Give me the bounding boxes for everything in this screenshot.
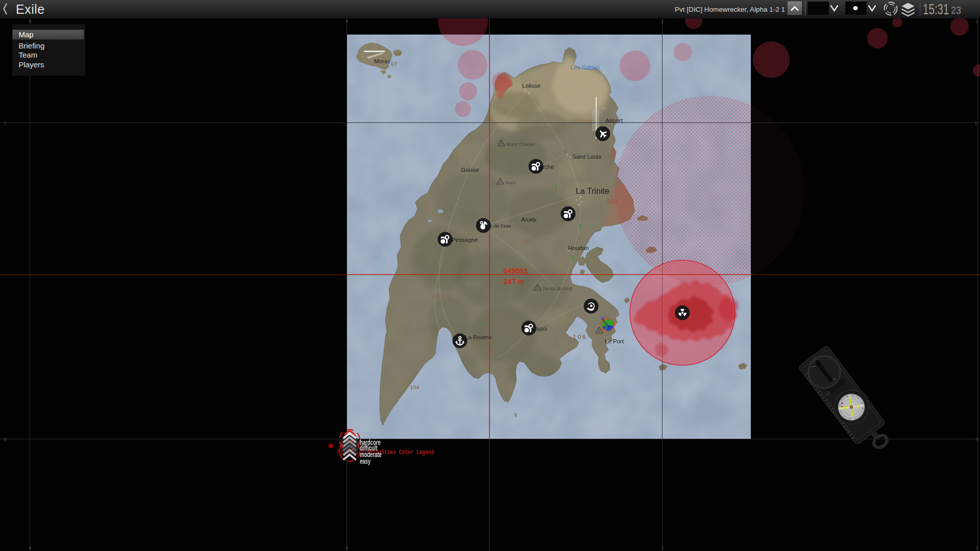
svg-text:Houdan: Houdan: [568, 245, 589, 251]
svg-text:Lolisse: Lolisse: [522, 83, 541, 89]
svg-text:Le Port: Le Port: [605, 338, 624, 344]
svg-text:1: 1: [4, 120, 7, 126]
svg-text:Airport: Airport: [605, 117, 623, 123]
svg-text:9: 9: [29, 19, 32, 24]
svg-text:1: 1: [975, 120, 977, 126]
svg-text:Saint Louis: Saint Louis: [572, 154, 601, 160]
svg-text:0: 0: [346, 545, 349, 550]
svg-text:9: 9: [29, 545, 32, 550]
svg-text:045051: 045051: [503, 267, 528, 275]
svg-text:Les Sables: Les Sables: [571, 64, 600, 70]
svg-text:104: 104: [410, 384, 420, 390]
svg-text:23: 23: [951, 4, 961, 16]
svg-text:2: 2: [976, 19, 978, 24]
svg-text:Moray: Moray: [374, 58, 390, 64]
svg-text:easy: easy: [360, 457, 371, 465]
svg-text:1: 1: [662, 19, 664, 24]
svg-text:106: 106: [573, 333, 587, 341]
svg-text:La Riviere: La Riviere: [465, 334, 492, 340]
svg-text:Map: Map: [19, 30, 34, 39]
svg-text:0: 0: [4, 437, 7, 442]
svg-text:Briefing: Briefing: [19, 41, 45, 50]
svg-text:67: 67: [391, 61, 397, 67]
svg-text:Players: Players: [19, 60, 44, 69]
svg-text:Goisse: Goisse: [461, 167, 479, 173]
svg-text:243: 243: [433, 293, 443, 299]
svg-text:247 m: 247 m: [503, 278, 524, 286]
svg-text:La Trinite: La Trinite: [576, 187, 609, 195]
svg-text:Team: Team: [19, 51, 38, 59]
svg-text:1: 1: [662, 545, 664, 550]
svg-text:0: 0: [346, 19, 349, 24]
svg-text:Exile: Exile: [16, 2, 45, 16]
svg-text:apoi: apoi: [536, 325, 547, 332]
svg-text:15:31: 15:31: [923, 1, 949, 17]
svg-text:Dents du Midi: Dents du Midi: [543, 286, 572, 291]
svg-text:rche: rche: [543, 164, 554, 170]
svg-text:Isaro: Isaro: [505, 180, 516, 185]
svg-text:2: 2: [976, 545, 978, 550]
svg-text:Mont Chauve: Mont Chauve: [506, 141, 535, 147]
svg-text:·523: ·523: [520, 238, 531, 244]
svg-text:0: 0: [976, 437, 978, 442]
svg-text:Arudy: Arudy: [521, 216, 536, 222]
svg-text:Corton: Corton: [466, 281, 482, 287]
svg-text:ic de Feas: ic de Feas: [489, 223, 511, 229]
svg-text:Station: Station: [578, 118, 594, 124]
svg-text:Pessagne: Pessagne: [452, 237, 478, 243]
svg-text:122: 122: [487, 349, 496, 355]
svg-text:Pvt [DIC] Homewrecker, Alpha 1: Pvt [DIC] Homewrecker, Alpha 1-2 1: [675, 6, 785, 13]
